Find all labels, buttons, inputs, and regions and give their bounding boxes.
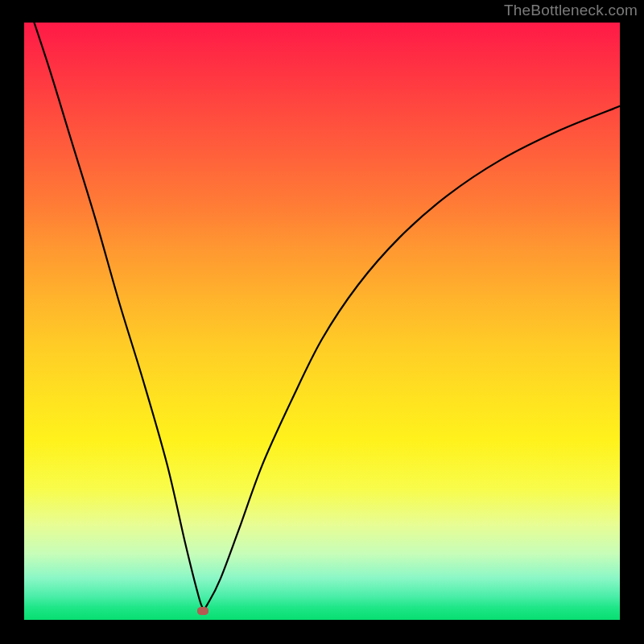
watermark-text: TheBottleneck.com	[504, 2, 638, 19]
bottleneck-curve	[24, 23, 620, 620]
chart-frame: TheBottleneck.com	[0, 0, 644, 644]
optimal-point-marker	[197, 607, 208, 615]
plot-area	[24, 23, 620, 620]
